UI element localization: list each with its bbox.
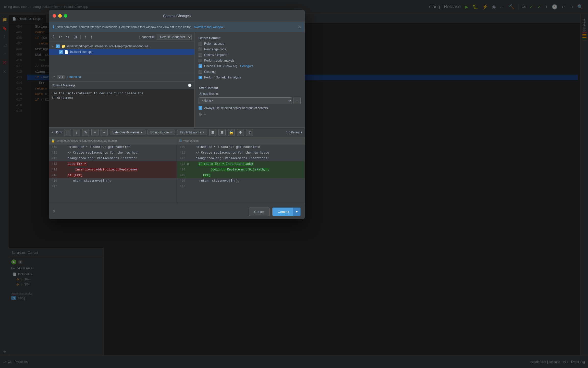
side-by-side-btn[interactable]: Side-by-side viewer ▼ [110, 130, 146, 135]
diff-section: ▼ Diff ↑ ↓ ✎ ← → Side-by-side viewer ▼ D… [49, 127, 305, 204]
diff-count: 1 difference [286, 131, 302, 134]
maximize-button[interactable] [64, 14, 67, 18]
diff-panel-right: ☑ Your version 410 "#include " + Context… [177, 137, 305, 204]
left-hash: 182d2992149d2771c9d2cc20b99faa31af4550d0 [56, 139, 117, 142]
commit-arrow-button[interactable]: ▼ [293, 208, 301, 216]
diff-toolbar: ▼ Diff ↑ ↓ ✎ ← → Side-by-side viewer ▼ D… [49, 128, 305, 137]
file-icon: 📄 [64, 50, 69, 54]
check-todo-row: ✓ Check TODO (Show All) Configure [199, 64, 301, 68]
after-commit-title: After Commit [199, 86, 301, 90]
code-analysis-checkbox[interactable] [199, 59, 202, 62]
diff-next-btn[interactable]: → [101, 129, 108, 136]
highlight-words-label: Highlight words [180, 131, 201, 134]
dialog-right-panel: Before Commit Reformat code Rearrange co… [194, 32, 305, 127]
diff-collapse-icon[interactable]: ▼ [52, 131, 54, 134]
upload-select[interactable]: <None> [199, 97, 292, 104]
diff-settings-btn[interactable]: ⚙ [237, 129, 244, 136]
cleanup-label: Cleanup [204, 70, 216, 74]
diff-right-line-415: 415 Err) [177, 172, 305, 178]
diff-up-btn[interactable]: ↑ [64, 129, 71, 136]
diff-right-line-410: 410 "#include " + Context.getHeaderInfc [177, 144, 305, 150]
commit-msg-label: Commit Message [52, 84, 75, 87]
folder-icon: 📁 [61, 44, 66, 48]
cleanup-checkbox[interactable] [199, 70, 202, 74]
redo-btn[interactable]: ↪ [65, 34, 70, 40]
diff-view-btn[interactable]: ⊞ [72, 34, 78, 40]
diff-left-line-416: 416 return std::move(Err); [49, 178, 177, 184]
diff-code-left: 410 "#include " + Context.getHeaderInf 4… [49, 144, 177, 204]
version-badge: v11 [57, 75, 65, 79]
close-button[interactable] [53, 14, 56, 18]
cancel-button[interactable]: Cancel [249, 208, 270, 216]
check-todo-checkbox[interactable]: ✓ [199, 64, 202, 68]
info-banner-close[interactable]: ✕ [298, 25, 301, 29]
optimize-imports-checkbox[interactable] [199, 53, 202, 57]
commit-msg-header: Commit Message 🕐 [49, 82, 194, 89]
reformat-code-label: Reformat code [204, 42, 224, 45]
checkmark-icon: ☑ [187, 161, 189, 167]
diff-code-right: 410 "#include " + Context.getHeaderInfc … [177, 144, 305, 204]
sonarlint-analysis-checkbox[interactable]: ✓ [199, 76, 202, 79]
diff-right-line-417: 417 [177, 184, 305, 189]
after-commit-section: After Commit Upload files to: <None> ···… [199, 86, 301, 117]
optimize-imports-row: Optimize imports [199, 53, 301, 57]
tree-file-row[interactable]: ✓ 📄 IncludeFixer.cpp [49, 49, 194, 55]
tree-root-row[interactable]: ▼ ✓ 📁 /Users/godin/projects/sonarsource/… [49, 43, 194, 49]
minus-icon[interactable]: − [204, 112, 206, 117]
diff-prev-btn[interactable]: ← [91, 129, 99, 136]
settings-icon[interactable]: ⚙ [199, 112, 202, 117]
switch-to-tool-window-link[interactable]: Switch to tool window [194, 25, 223, 29]
diff-collapse-lines-btn[interactable]: ⊞ [209, 129, 216, 136]
diff-left-line-413: 413 auto Err = [49, 161, 177, 167]
lock-icon: 🔒 [51, 139, 55, 143]
commit-message-textarea[interactable]: Use the init-statement to declare "Err" … [49, 89, 194, 127]
diff-left-line-417: 417 [49, 184, 177, 189]
commit-msg-history-icon[interactable]: 🕐 [188, 84, 192, 87]
upload-more-btn[interactable]: ··· [293, 97, 301, 104]
traffic-lights [53, 14, 67, 18]
configure-link[interactable]: Configure [240, 64, 253, 68]
commit-button[interactable]: Commit [272, 208, 295, 216]
rearrange-code-checkbox[interactable] [199, 48, 202, 51]
diff-right-line-412: 412 clang::tooling::Replacements Inserti… [177, 156, 305, 161]
always-use-server-row: ✓ Always use selected server or group of… [199, 106, 301, 110]
modified-label[interactable]: 1 modified [67, 75, 81, 79]
reformat-code-checkbox[interactable] [199, 42, 202, 45]
tree-expand-icon: ▼ [51, 45, 55, 48]
root-checkbox[interactable]: ✓ [56, 44, 60, 48]
settings-row: ⚙ − [199, 112, 301, 117]
before-commit-section: Before Commit Reformat code Rearrange co… [199, 36, 301, 81]
commit-dialog: Commit Changes ℹ New non-modal commit in… [49, 10, 305, 219]
diff-edit-btn[interactable]: ✎ [82, 129, 89, 136]
upload-select-row: <None> ··· [199, 97, 301, 104]
dialog-left-panel: ⤴ ↩ ↪ ⊞ ↕ ↕ Changelist: Default Changeli… [49, 32, 194, 127]
rearrange-code-label: Rearrange code [204, 48, 226, 51]
do-not-ignore-btn[interactable]: Do not ignore ▼ [148, 130, 175, 135]
upload-label: Upload files to: [199, 92, 301, 96]
sonarlint-analysis-row: ✓ Perform SonarLint analysis [199, 76, 301, 79]
diff-lock-btn[interactable]: 🔒 [228, 129, 235, 136]
undo-btn[interactable]: ↩ [58, 34, 63, 40]
help-button[interactable]: ? [53, 210, 55, 214]
diff-down-btn[interactable]: ↓ [73, 129, 80, 136]
diff-help-btn[interactable]: ? [246, 129, 253, 136]
collapse-btn[interactable]: ↕ [89, 34, 93, 40]
info-text: New non-modal commit interface is availa… [57, 25, 191, 29]
always-use-server-checkbox[interactable]: ✓ [199, 106, 202, 110]
right-version-label: Your version [183, 139, 199, 142]
diff-section-label: Diff [56, 130, 62, 134]
changelist-select[interactable]: Default Changelist [157, 34, 192, 40]
minimize-button[interactable] [58, 14, 62, 18]
highlight-words-btn[interactable]: Highlight words ▼ [177, 130, 207, 135]
move-changes-btn[interactable]: ⤴ [52, 34, 56, 40]
diff-panel-left: 🔒 182d2992149d2771c9d2cc20b99faa31af4550… [49, 137, 177, 204]
expand-btn[interactable]: ↕ [83, 34, 87, 40]
info-banner: ℹ New non-modal commit interface is avai… [49, 22, 305, 32]
check-icon: ☑ [179, 139, 182, 142]
diff-right-line-411: 411 // Create replacements for the new h… [177, 150, 305, 156]
toolbar-sep-1 [80, 34, 81, 40]
rearrange-code-row: Rearrange code [199, 48, 301, 51]
diff-left-line-410: 410 "#include " + Context.getHeaderInf [49, 144, 177, 150]
file-checkbox[interactable]: ✓ [59, 50, 63, 54]
diff-expand-btn[interactable]: ⊟ [218, 129, 226, 136]
